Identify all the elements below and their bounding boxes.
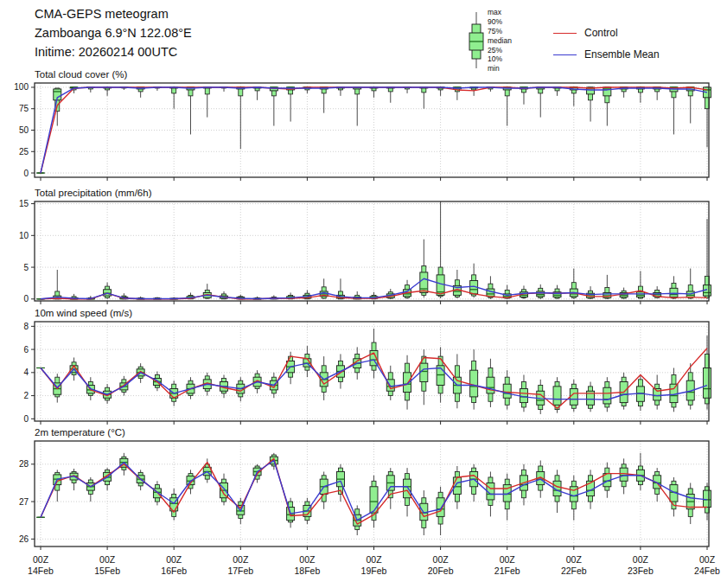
svg-text:0: 0 — [23, 294, 29, 304]
svg-text:00Z: 00Z — [633, 554, 649, 565]
svg-text:00Z: 00Z — [566, 554, 583, 565]
svg-text:20Feb: 20Feb — [428, 566, 454, 576]
svg-text:18Feb: 18Feb — [295, 566, 321, 576]
svg-text:23Feb: 23Feb — [628, 566, 654, 576]
ensemble-mean-line-swatch — [553, 54, 577, 55]
svg-text:00Z: 00Z — [233, 554, 249, 565]
chart-header: CMA-GEPS meteogram Zamboanga 6.9°N 122.0… — [35, 4, 192, 61]
svg-text:00Z: 00Z — [33, 554, 49, 565]
svg-text:26: 26 — [19, 534, 29, 544]
svg-text:28: 28 — [19, 459, 29, 469]
svg-text:5: 5 — [23, 263, 29, 272]
svg-text:17Feb: 17Feb — [227, 566, 253, 576]
svg-text:0: 0 — [23, 169, 29, 178]
legend-control-label: Control — [584, 27, 618, 39]
svg-text:max: max — [488, 8, 502, 16]
svg-text:25%: 25% — [488, 46, 502, 54]
svg-text:27: 27 — [19, 497, 29, 507]
svg-text:24Feb: 24Feb — [694, 566, 720, 576]
legend-entry-control: Control — [553, 27, 618, 39]
svg-text:6: 6 — [23, 345, 29, 355]
svg-text:75%: 75% — [488, 27, 502, 35]
svg-text:00Z: 00Z — [500, 554, 516, 565]
location-label: Zamboanga 6.9°N 122.08°E — [35, 23, 192, 42]
control-line-swatch — [553, 33, 577, 34]
svg-text:00Z: 00Z — [299, 554, 316, 565]
svg-text:4: 4 — [23, 368, 29, 377]
svg-text:15: 15 — [19, 199, 29, 208]
svg-text:00Z: 00Z — [433, 554, 450, 565]
svg-text:00Z: 00Z — [166, 554, 182, 565]
svg-text:00Z: 00Z — [99, 554, 116, 565]
legend-entry-ensemble-mean: Ensemble Mean — [553, 48, 660, 61]
svg-text:25: 25 — [19, 147, 29, 157]
svg-text:22Feb: 22Feb — [561, 566, 587, 576]
panel-title-precip: Total precipitation (mm/6h) — [35, 188, 152, 198]
panel-title-wind: 10m wind speed (m/s) — [35, 308, 132, 318]
svg-text:75: 75 — [19, 104, 29, 113]
svg-text:50: 50 — [19, 125, 29, 135]
svg-text:10%: 10% — [488, 54, 502, 63]
svg-text:00Z: 00Z — [366, 554, 382, 565]
svg-text:100: 100 — [14, 82, 29, 92]
svg-text:10: 10 — [19, 231, 29, 240]
svg-text:16Feb: 16Feb — [161, 566, 187, 576]
svg-text:0: 0 — [23, 414, 29, 424]
svg-text:2: 2 — [23, 391, 29, 400]
svg-text:14Feb: 14Feb — [28, 566, 54, 576]
svg-text:90%: 90% — [488, 17, 502, 26]
svg-text:00Z: 00Z — [699, 554, 716, 565]
svg-text:8: 8 — [23, 322, 29, 331]
legend-ensemble-mean-label: Ensemble Mean — [584, 48, 660, 61]
svg-text:19Feb: 19Feb — [361, 566, 387, 576]
meteogram-screen: { "header": { "title": "CMA-GEPS meteogr… — [0, 0, 727, 588]
svg-text:median: median — [488, 36, 512, 45]
page-title: CMA-GEPS meteogram — [35, 4, 192, 23]
panel-title-cloud: Total cloud cover (%) — [35, 69, 127, 80]
meteogram-chart: 02550751000510150246826272800Z14Feb00Z15… — [0, 0, 727, 588]
inittime-label: Initime: 20260214 00UTC — [35, 42, 192, 61]
svg-text:15Feb: 15Feb — [94, 566, 120, 576]
svg-text:min: min — [488, 64, 500, 73]
svg-text:21Feb: 21Feb — [494, 566, 520, 576]
panel-title-temp: 2m temperature (°C) — [35, 427, 125, 438]
